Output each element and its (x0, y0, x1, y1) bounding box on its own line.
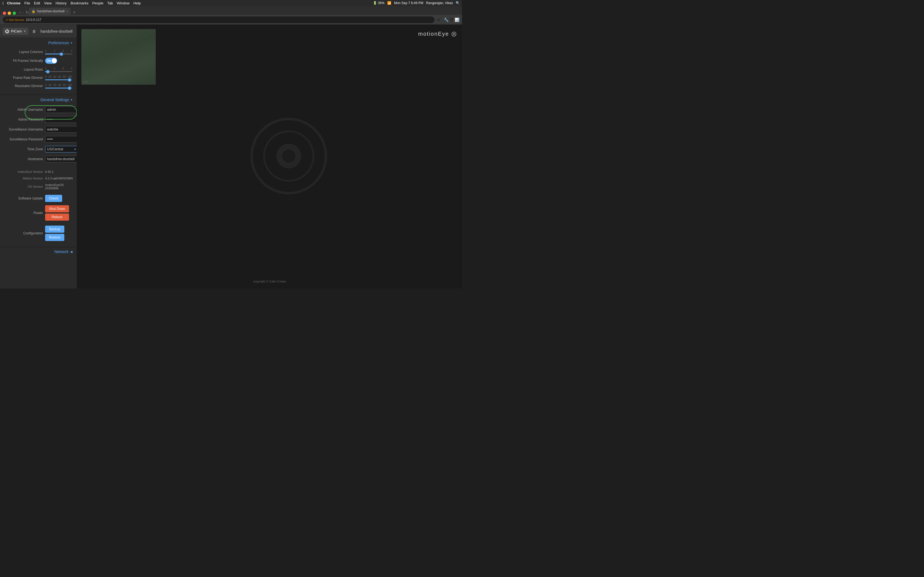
layout-columns-row: Layout Columns 1 2 3 4 (0, 48, 77, 56)
bg-logo (247, 115, 330, 198)
general-settings-arrow: ▾ (71, 98, 72, 102)
surveillance-username-label: Surveillance Username (5, 127, 43, 131)
not-secure-indicator: ⚠ Not Secure (5, 18, 24, 21)
username: Rangarajan, Vikas (426, 1, 453, 5)
layout-columns-slider[interactable] (45, 53, 72, 55)
frame-rate-slider[interactable] (45, 79, 72, 80)
resolution-labels: 1 20 40 60 80 100 (45, 84, 72, 87)
menu-people[interactable]: People (92, 1, 103, 5)
url-text: 10.0.0.117 (26, 18, 42, 22)
minimize-button[interactable] (8, 11, 11, 15)
layout-rows-control: 1 2 3 4 (45, 67, 72, 72)
tab-title: handsfree-doorbell (37, 9, 65, 13)
preferences-title: Preferences (48, 41, 69, 45)
configuration-label: Configuration (5, 231, 43, 235)
nav-refresh[interactable]: ↻ (26, 10, 29, 15)
brand-icon: ◎ (451, 30, 457, 37)
network-section[interactable]: Network ◀ (0, 247, 77, 256)
software-update-label: Software Update (5, 197, 43, 200)
frame-rate-row: Frame Rate Dimmer 0 20 40 60 80 100 (0, 74, 77, 82)
menu-window[interactable]: Window (117, 1, 129, 5)
nav-back[interactable]: ‹ (19, 10, 21, 15)
tab-close-button[interactable]: × (66, 10, 68, 13)
apple-menu[interactable]:  (2, 1, 3, 5)
menu-file[interactable]: File (24, 1, 30, 5)
general-settings-header[interactable]: General Settings ▾ (0, 95, 77, 105)
menu-edit[interactable]: Edit (34, 1, 40, 5)
maximize-button[interactable] (13, 11, 16, 15)
datetime: Mon Sep 7 6:49 PM (394, 1, 423, 5)
fit-frames-toggle[interactable]: ON (45, 58, 57, 64)
admin-password-input[interactable] (45, 116, 77, 123)
surveillance-username-row: Surveillance Username (0, 124, 77, 134)
trash-icon[interactable]: 🗑 (32, 29, 36, 34)
software-update-row: Software Update Check (0, 193, 77, 204)
menu-tab[interactable]: Tab (107, 1, 113, 5)
menu-view[interactable]: View (44, 1, 52, 5)
tab-favicon: 🔒 (32, 10, 36, 13)
menu-help[interactable]: Help (133, 1, 141, 5)
tab-bar: ‹ › ↻ 🔒 handsfree-doorbell × + (0, 6, 462, 15)
admin-username-input[interactable] (45, 106, 77, 113)
warning-icon: ⚠ (5, 18, 8, 21)
browser-tab[interactable]: 🔒 handsfree-doorbell × (29, 8, 71, 15)
search-icon[interactable]: 🔍 (456, 1, 460, 5)
nav-forward[interactable]: › (22, 10, 24, 15)
svg-rect-0 (82, 29, 155, 84)
traffic-lights (3, 11, 16, 15)
timezone-select-wrapper: US/Central US/Eastern US/Pacific UTC ▼ (45, 146, 77, 153)
surveillance-password-label: Surveillance Password (5, 137, 43, 141)
layout-rows-slider[interactable] (45, 71, 72, 72)
sidebar: ⏻ PiCam ▼ 🗑 handsfree-doorbell Preferenc… (0, 25, 77, 288)
motion-version-row: Motion Version 4.2.2+gitUNKNOWN (0, 175, 77, 182)
layout-rows-label: Layout Rows (5, 68, 43, 71)
fit-frames-row: Fit Frames Vertically ON (0, 56, 77, 65)
backup-button[interactable]: Backup (45, 226, 65, 233)
check-update-button[interactable]: Check (45, 195, 62, 202)
bg-logo-svg (247, 115, 330, 197)
close-button[interactable] (3, 11, 6, 15)
resolution-control: 1 20 40 60 80 100 (45, 84, 72, 89)
main-content: ⏻ PiCam ▼ 🗑 handsfree-doorbell Preferenc… (0, 25, 462, 288)
toggle-on-text: ON (47, 60, 51, 62)
camera-name: PiCam (11, 29, 22, 33)
surveillance-username-input[interactable] (45, 126, 77, 133)
admin-username-label: Admin Username (5, 108, 43, 111)
camera-selector[interactable]: ⏻ PiCam ▼ (3, 28, 28, 35)
preferences-header[interactable]: Preferences ▾ (0, 38, 77, 48)
timezone-label: Time Zone (5, 147, 43, 151)
resolution-row: Resolution Dimmer 1 20 40 60 80 100 (0, 82, 77, 90)
reboot-button[interactable]: Reboot (45, 213, 69, 221)
os-version-row: OS Version motionEyeOS 20200606 (0, 182, 77, 192)
extension-icon-2[interactable]: 🛡 (450, 18, 454, 22)
svg-point-4 (282, 150, 296, 163)
address-bar-row: ⚠ Not Secure 10.0.0.117 ☆ 🔧 🛡 📊 (0, 15, 462, 25)
shutdown-button[interactable]: Shut Down (45, 205, 69, 213)
power-label: Power (5, 211, 43, 215)
battery-indicator: 🔋 36% (373, 1, 384, 5)
wifi-indicator: 📶 (387, 1, 391, 5)
os-version-value: motionEyeOS 20200606 (45, 183, 72, 190)
frame-rate-control: 0 20 40 60 80 100 (45, 75, 72, 80)
app-name[interactable]: Chrome (7, 1, 20, 5)
network-arrow: ◀ (70, 250, 72, 254)
bookmark-icon[interactable]: ☆ (437, 17, 441, 22)
layout-columns-label: Layout Columns (5, 50, 43, 54)
hostname-label: Hostname (5, 157, 43, 161)
camera-video (82, 29, 155, 84)
restore-button[interactable]: Restore (45, 234, 65, 241)
extension-icon-1[interactable]: 🔧 (444, 18, 449, 22)
new-tab-button[interactable]: + (73, 10, 75, 15)
hostname-input[interactable] (45, 156, 77, 163)
motioneye-version-row: motionEye Version 0.42.1 (0, 168, 77, 175)
address-bar[interactable]: ⚠ Not Secure 10.0.0.117 (3, 16, 435, 23)
timezone-select[interactable]: US/Central US/Eastern US/Pacific UTC (45, 146, 77, 153)
menu-history[interactable]: History (55, 1, 66, 5)
resolution-slider[interactable] (45, 88, 72, 89)
power-row: Power Shut Down Reboot (0, 204, 77, 222)
surveillance-password-input[interactable] (45, 136, 77, 143)
extension-icon-3[interactable]: 📊 (455, 18, 459, 22)
motion-version-value: 4.2.2+gitUNKNOWN (45, 177, 73, 180)
menu-bookmarks[interactable]: Bookmarks (70, 1, 88, 5)
hostname-row: Hostname (0, 154, 77, 164)
